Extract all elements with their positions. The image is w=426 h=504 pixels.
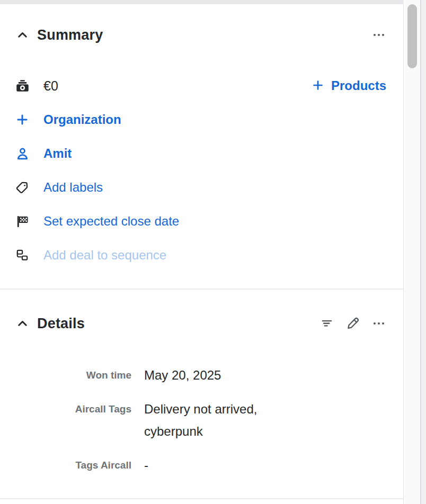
add-organization-row[interactable]: Organization (15, 112, 386, 128)
set-expected-close-date-link[interactable]: Set expected close date (43, 214, 179, 229)
person-link[interactable]: Amit (43, 146, 72, 161)
scrollbar-thumb[interactable] (407, 4, 417, 68)
field-label: Won time (15, 364, 131, 386)
field-value[interactable]: May 20, 2025 (144, 364, 308, 386)
summary-card: Summary €0 Products (0, 0, 403, 290)
add-labels-row[interactable]: Add labels (15, 179, 386, 195)
plus-icon (15, 112, 30, 127)
adjacent-panel-edge (420, 0, 426, 504)
field-value[interactable]: Delivery not arrived, cyberpunk (144, 398, 308, 443)
money-bills-icon (15, 78, 30, 93)
chevron-up-icon (15, 28, 30, 42)
deal-value-row: €0 Products (15, 78, 386, 94)
field-label: Aircall Tags (15, 398, 131, 420)
details-card: Details (0, 290, 403, 499)
details-filter-button[interactable] (320, 316, 334, 331)
details-menu-button[interactable] (371, 316, 386, 331)
details-header: Details (15, 314, 386, 333)
finish-flag-icon (15, 214, 30, 229)
deal-value: €0 (43, 78, 58, 94)
plus-icon (312, 79, 324, 93)
add-deal-to-sequence-row: Add deal to sequence (15, 247, 386, 263)
summary-title: Summary (37, 27, 103, 43)
details-collapse-button[interactable] (15, 316, 30, 331)
details-title: Details (37, 316, 85, 332)
filter-icon (320, 317, 334, 330)
field-row-aircall-tags: Aircall Tags Delivery not arrived, cyber… (15, 398, 386, 443)
sequence-icon (15, 248, 30, 263)
field-row-won-time: Won time May 20, 2025 (15, 364, 386, 386)
field-label: Tags Aircall (15, 454, 131, 476)
section-divider (0, 498, 403, 499)
chevron-up-icon (15, 317, 30, 331)
tag-icon (15, 180, 30, 195)
add-products-button[interactable]: Products (312, 78, 386, 93)
scrollbar-track[interactable] (404, 0, 420, 504)
field-row-tags-aircall: Tags Aircall - (15, 454, 386, 476)
ellipsis-icon (372, 28, 386, 42)
products-label: Products (331, 78, 386, 93)
summary-header: Summary (15, 25, 386, 44)
contact-person-row[interactable]: Amit (15, 146, 386, 161)
expected-close-date-row[interactable]: Set expected close date (15, 213, 386, 229)
field-value[interactable]: - (144, 454, 308, 476)
organization-link[interactable]: Organization (43, 112, 121, 127)
top-edge-strip (0, 0, 404, 4)
deal-sidebar-panel: Summary €0 Products (0, 0, 404, 504)
add-labels-link[interactable]: Add labels (43, 180, 103, 195)
ellipsis-icon (372, 317, 386, 330)
summary-collapse-button[interactable] (15, 28, 30, 42)
details-edit-button[interactable] (345, 316, 360, 331)
person-icon (15, 146, 30, 161)
add-deal-to-sequence-link: Add deal to sequence (43, 248, 166, 263)
edit-pencil-icon (346, 317, 360, 330)
summary-menu-button[interactable] (371, 28, 386, 42)
